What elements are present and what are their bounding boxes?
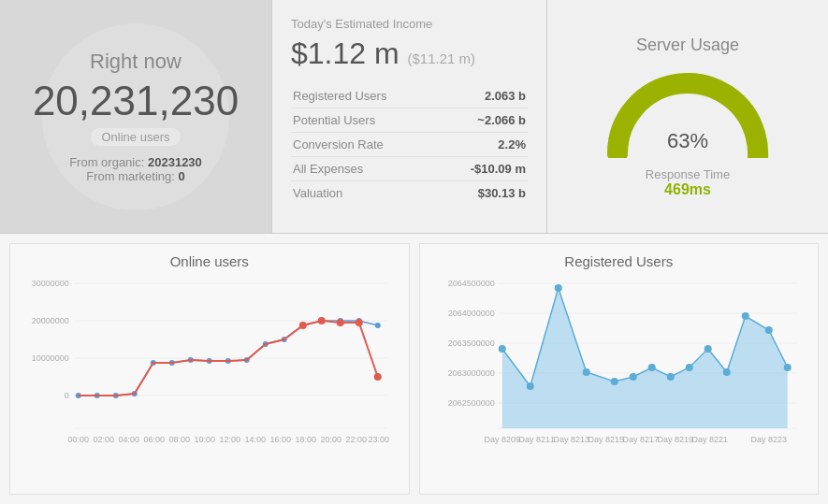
- stats-row: Potential Users~2.066 b: [291, 108, 528, 133]
- stat-value: 2.063 b: [421, 84, 528, 108]
- stat-label: All Expenses: [291, 157, 421, 181]
- big-number: 20,231,230: [33, 78, 239, 124]
- svg-text:2062500000: 2062500000: [447, 398, 494, 408]
- svg-text:20:00: 20:00: [320, 435, 341, 444]
- svg-text:22:00: 22:00: [345, 435, 367, 444]
- svg-point-66: [722, 368, 730, 376]
- gauge-container: 63%: [603, 65, 772, 158]
- online-users-chart-area: 30000000 20000000 10000000 0: [15, 274, 404, 452]
- online-users-svg: 30000000 20000000 10000000 0: [15, 274, 404, 452]
- svg-text:10000000: 10000000: [32, 353, 69, 363]
- server-title: Server Usage: [636, 36, 739, 55]
- svg-text:2064000000: 2064000000: [447, 309, 494, 318]
- response-time-value: 469ms: [664, 181, 711, 198]
- svg-point-28: [337, 319, 344, 326]
- stats-row: Valuation$30.13 b: [291, 181, 528, 206]
- stats-row: Conversion Rate2.2%: [291, 133, 528, 157]
- svg-text:Day 8223: Day 8223: [750, 435, 787, 444]
- panel-income: Today's Estimated Income $1.12 m ($11.21…: [271, 0, 547, 233]
- svg-point-68: [764, 326, 772, 334]
- svg-text:20000000: 20000000: [32, 316, 69, 325]
- svg-text:2063000000: 2063000000: [447, 368, 494, 378]
- panel-server: Server Usage 63% Response Time 469ms: [547, 0, 828, 233]
- svg-point-67: [741, 312, 748, 320]
- stat-value: -$10.09 m: [421, 157, 528, 181]
- stats-table: Registered Users2.063 bPotential Users~2…: [291, 84, 528, 205]
- svg-text:02:00: 02:00: [93, 435, 114, 444]
- svg-point-27: [318, 317, 326, 324]
- top-row: Right now 20,231,230 Online users From o…: [0, 0, 828, 234]
- income-main: $1.12 m ($11.21 m): [291, 36, 528, 71]
- svg-text:04:00: 04:00: [118, 435, 139, 444]
- svg-point-58: [554, 284, 561, 292]
- svg-text:2064500000: 2064500000: [447, 279, 494, 288]
- svg-text:Day 8213: Day 8213: [553, 435, 589, 444]
- bottom-row: Online users 30000000 20000000 10000000 …: [0, 234, 828, 504]
- svg-text:18:00: 18:00: [295, 435, 316, 444]
- dashboard: Right now 20,231,230 Online users From o…: [0, 0, 828, 504]
- svg-point-26: [299, 322, 307, 329]
- panel-right-now: Right now 20,231,230 Online users From o…: [0, 0, 271, 233]
- svg-text:23:00: 23:00: [368, 435, 389, 444]
- registered-users-svg: 2064500000 2064000000 2063500000 2063000…: [425, 274, 814, 452]
- svg-text:Day 8221: Day 8221: [691, 435, 728, 444]
- online-users-chart-title: Online users: [15, 253, 404, 269]
- svg-point-57: [526, 382, 533, 390]
- registered-users-chart-title: Registered Users: [425, 253, 814, 269]
- right-now-label: Right now: [90, 50, 182, 74]
- svg-point-29: [356, 319, 363, 326]
- stat-value: ~2.066 b: [421, 108, 528, 133]
- svg-text:30000000: 30000000: [32, 279, 69, 288]
- svg-text:2063500000: 2063500000: [447, 338, 494, 348]
- from-organic: From organic: 20231230: [69, 155, 202, 169]
- from-marketing: From marketing: 0: [86, 169, 185, 183]
- svg-point-61: [629, 373, 636, 381]
- svg-text:Day 8211: Day 8211: [518, 435, 555, 444]
- registered-users-chart-area: 2064500000 2064000000 2063500000 2063000…: [425, 274, 814, 452]
- svg-point-59: [582, 368, 589, 376]
- svg-text:Day 8215: Day 8215: [588, 435, 624, 444]
- svg-point-62: [647, 364, 655, 371]
- stats-row: Registered Users2.063 b: [291, 84, 528, 108]
- gauge-percent: 63%: [667, 129, 708, 153]
- svg-text:12:00: 12:00: [219, 435, 240, 444]
- svg-text:10:00: 10:00: [194, 435, 215, 444]
- svg-text:Day 8209: Day 8209: [484, 435, 520, 444]
- svg-text:00:00: 00:00: [67, 435, 89, 444]
- stat-value: $30.13 b: [421, 181, 528, 206]
- svg-text:Day 8217: Day 8217: [622, 435, 659, 444]
- response-time-label: Response Time: [646, 167, 730, 181]
- svg-point-69: [783, 364, 791, 371]
- online-users-label: Online users: [91, 128, 182, 146]
- stat-label: Registered Users: [291, 84, 421, 108]
- svg-point-56: [498, 345, 505, 353]
- stat-label: Valuation: [291, 181, 421, 206]
- stat-label: Conversion Rate: [291, 133, 421, 157]
- svg-text:0: 0: [65, 391, 69, 400]
- svg-point-63: [666, 373, 674, 381]
- svg-point-25: [375, 323, 381, 328]
- svg-text:06:00: 06:00: [143, 435, 165, 444]
- income-title: Today's Estimated Income: [291, 17, 528, 31]
- svg-point-30: [374, 373, 382, 381]
- chart-online-users: Online users 30000000 20000000 10000000 …: [9, 243, 410, 495]
- svg-point-65: [704, 345, 711, 353]
- svg-text:16:00: 16:00: [269, 435, 291, 444]
- stat-label: Potential Users: [291, 108, 421, 133]
- svg-marker-55: [501, 288, 787, 428]
- chart-registered-users: Registered Users 2064500000 2064000000 2…: [419, 243, 820, 495]
- stat-value: 2.2%: [421, 133, 528, 157]
- svg-point-64: [685, 364, 692, 371]
- stats-row: All Expenses-$10.09 m: [291, 157, 528, 181]
- svg-point-60: [610, 378, 617, 385]
- svg-text:08:00: 08:00: [168, 435, 190, 444]
- svg-text:Day 8219: Day 8219: [657, 435, 693, 444]
- svg-text:14:00: 14:00: [244, 435, 266, 444]
